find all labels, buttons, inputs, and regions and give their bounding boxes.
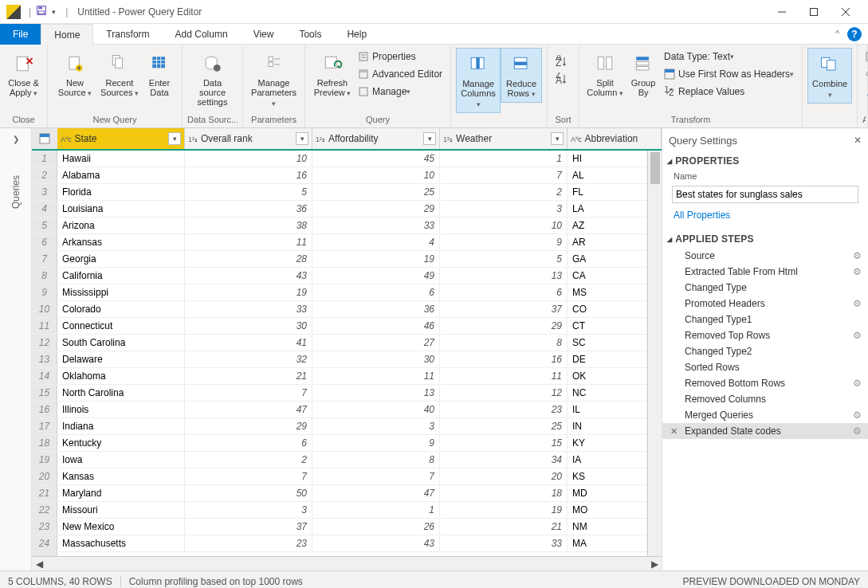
gear-icon[interactable]: ⚙	[853, 266, 862, 277]
tab-tools[interactable]: Tools	[286, 24, 334, 45]
cell-abbreviation[interactable]: CT	[568, 318, 647, 334]
cell-state[interactable]: Kansas	[57, 468, 185, 484]
cell-rank[interactable]: 23	[185, 535, 312, 551]
cell-affordability[interactable]: 13	[312, 385, 440, 401]
cell-rank[interactable]: 28	[185, 251, 312, 267]
applied-step[interactable]: Removed Columns	[662, 391, 868, 407]
cell-weather[interactable]: 19	[440, 502, 568, 518]
cell-rank[interactable]: 29	[185, 418, 312, 434]
cell-state[interactable]: Indiana	[57, 418, 185, 434]
cell-affordability[interactable]: 1	[312, 502, 440, 518]
cell-weather[interactable]: 34	[440, 452, 568, 468]
cell-rank[interactable]: 16	[185, 167, 312, 183]
queries-sidebar[interactable]: ❯ Queries	[0, 128, 32, 570]
cell-affordability[interactable]: 10	[312, 167, 440, 183]
table-row[interactable]: 18 Kentucky 6 9 15 KY	[32, 435, 662, 452]
first-row-headers-button[interactable]: Use First Row as Headers	[661, 65, 797, 83]
manage-button[interactable]: Manage	[355, 83, 446, 100]
cell-state[interactable]: New Mexico	[57, 519, 185, 535]
gear-icon[interactable]: ⚙	[853, 378, 862, 389]
applied-steps-section-header[interactable]: ◢APPLIED STEPS	[662, 230, 868, 248]
cell-weather[interactable]: 7	[440, 167, 568, 183]
sort-asc-button[interactable]: AZ	[552, 53, 575, 70]
cell-rank[interactable]: 3	[185, 502, 312, 518]
cell-weather[interactable]: 20	[440, 468, 568, 484]
cell-abbreviation[interactable]: MS	[568, 284, 647, 300]
table-row[interactable]: 12 South Carolina 41 27 8 SC	[32, 335, 662, 351]
properties-button[interactable]: Properties	[355, 48, 446, 65]
column-header-abbreviation[interactable]: Abbreviation	[568, 128, 662, 149]
cell-rank[interactable]: 36	[185, 201, 312, 217]
cell-abbreviation[interactable]: NM	[568, 519, 647, 535]
replace-values-button[interactable]: 12Replace Values	[661, 83, 797, 100]
cell-affordability[interactable]: 30	[312, 351, 440, 367]
cell-state[interactable]: South Carolina	[57, 335, 185, 351]
filter-dropdown-icon[interactable]: ▾	[296, 132, 308, 145]
new-source-button[interactable]: New Source	[53, 48, 97, 101]
cell-rank[interactable]: 38	[185, 218, 312, 233]
filter-dropdown-icon[interactable]: ▾	[423, 132, 436, 145]
cell-rank[interactable]: 33	[185, 301, 312, 317]
cell-abbreviation[interactable]: NC	[568, 385, 647, 401]
table-row[interactable]: 4 Louisiana 36 29 3 LA	[32, 201, 662, 218]
cell-abbreviation[interactable]: CA	[568, 268, 647, 284]
cell-rank[interactable]: 7	[185, 385, 312, 401]
filter-dropdown-icon[interactable]: ▾	[168, 132, 181, 145]
gear-icon[interactable]: ⚙	[853, 330, 862, 341]
cell-weather[interactable]: 9	[440, 234, 568, 250]
table-row[interactable]: 10 Colorado 33 36 37 CO	[32, 301, 662, 318]
help-icon[interactable]: ?	[847, 27, 862, 41]
tab-add-column[interactable]: Add Column	[163, 24, 241, 45]
query-name-input[interactable]	[672, 186, 858, 203]
cell-rank[interactable]: 43	[185, 268, 312, 284]
cell-state[interactable]: Georgia	[57, 251, 185, 267]
cell-weather[interactable]: 2	[440, 184, 568, 200]
applied-step[interactable]: Changed Type1	[662, 312, 868, 327]
cell-affordability[interactable]: 11	[312, 368, 440, 384]
cell-state[interactable]: Mississippi	[57, 284, 185, 300]
column-header-affordability[interactable]: Affordability▾	[312, 128, 440, 149]
azure-ml-button[interactable]: Azure M	[862, 83, 868, 100]
applied-step[interactable]: Extracted Table From Html⚙	[662, 264, 868, 280]
table-row[interactable]: 8 California 43 49 13 CA	[32, 268, 662, 284]
table-row[interactable]: 1 Hawaii 10 45 1 HI	[32, 151, 662, 167]
cell-state[interactable]: Maryland	[57, 485, 185, 501]
applied-step[interactable]: Promoted Headers⚙	[662, 296, 868, 312]
applied-step[interactable]: ✕Expanded State codes⚙	[662, 423, 868, 439]
cell-weather[interactable]: 8	[440, 335, 568, 351]
titlebar-caret[interactable]: ▾	[52, 8, 56, 16]
cell-weather[interactable]: 29	[440, 318, 568, 334]
cell-state[interactable]: Hawaii	[57, 151, 185, 167]
cell-affordability[interactable]: 19	[312, 251, 440, 267]
cell-weather[interactable]: 5	[440, 251, 568, 267]
tab-view[interactable]: View	[241, 24, 287, 45]
applied-step[interactable]: Removed Bottom Rows⚙	[662, 375, 868, 391]
cell-rank[interactable]: 50	[185, 485, 312, 501]
cell-rank[interactable]: 30	[185, 318, 312, 334]
cell-state[interactable]: North Carolina	[57, 385, 185, 401]
cell-abbreviation[interactable]: AZ	[568, 218, 647, 233]
cell-abbreviation[interactable]: IN	[568, 418, 647, 434]
column-header-weather[interactable]: Weather▾	[440, 128, 568, 149]
cell-affordability[interactable]: 46	[312, 318, 440, 334]
table-row[interactable]: 3 Florida 5 25 2 FL	[32, 184, 662, 201]
cell-state[interactable]: Delaware	[57, 351, 185, 367]
cell-weather[interactable]: 6	[440, 284, 568, 300]
applied-step[interactable]: Merged Queries⚙	[662, 407, 868, 423]
cell-abbreviation[interactable]: AR	[568, 234, 647, 250]
cell-rank[interactable]: 32	[185, 351, 312, 367]
table-row[interactable]: 22 Missouri 3 1 19 MO	[32, 502, 662, 519]
close-button[interactable]	[830, 1, 862, 23]
cell-state[interactable]: Arizona	[57, 218, 185, 233]
recent-sources-button[interactable]: Recent Sources	[97, 48, 142, 101]
cell-abbreviation[interactable]: KS	[568, 468, 647, 484]
cell-affordability[interactable]: 9	[312, 435, 440, 451]
cell-affordability[interactable]: 47	[312, 485, 440, 501]
cell-abbreviation[interactable]: GA	[568, 251, 647, 267]
properties-section-header[interactable]: ◢PROPERTIES	[662, 152, 868, 170]
cell-abbreviation[interactable]: MO	[568, 502, 647, 518]
cell-rank[interactable]: 11	[185, 234, 312, 250]
table-row[interactable]: 6 Arkansas 11 4 9 AR	[32, 234, 662, 251]
advanced-editor-button[interactable]: Advanced Editor	[355, 65, 446, 83]
cell-affordability[interactable]: 8	[312, 452, 440, 468]
